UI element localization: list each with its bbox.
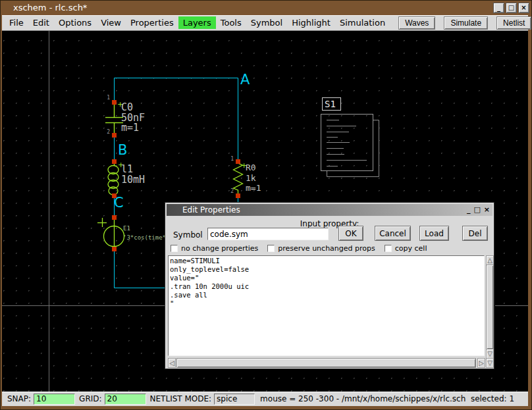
copy-cell-checkbox[interactable] [385,245,392,252]
menubar: File Edit Options View Properties Layers… [2,15,528,31]
dialog-close-button[interactable]: × [484,204,490,216]
ok-button[interactable]: OK [338,226,363,241]
resistor-pin2-number: 2 [230,188,234,194]
symbol-label: Symbol [173,230,203,240]
mouse-info: mouse = 250 -300 - /mnt/x/home/schippes/… [260,394,514,403]
edit-properties-dialog: Edit Properties _ □ × Input property: Sy… [165,202,494,369]
scroll-left-icon[interactable]: ◁ [168,358,176,368]
resistor-name: R0 [246,163,256,172]
minimize-icon: _ [497,4,500,11]
load-button[interactable]: Load [419,226,449,241]
source-e1[interactable]: E1 '3*cos(time*ti [97,215,173,251]
grid-label: GRID: [79,394,101,403]
statusbar: SNAP: GRID: NETLIST MODE: mouse = 250 -3… [2,392,528,406]
horizontal-scrollbar[interactable]: ◁ ▷ [168,358,485,368]
window-title: xschem - rlc.sch* [13,3,87,13]
dialog-maximize-button[interactable]: □ [473,204,480,216]
capacitor-mult: m=1 [121,122,139,134]
capacitor-c0[interactable]: + C0 50nF m=1 1 2 [105,95,145,138]
minimize-button[interactable]: _ [493,3,504,13]
menu-edit[interactable]: Edit [28,16,54,29]
titlebar[interactable]: xschem - rlc.sch* _ □ × [0,0,532,15]
waves-button[interactable]: Waves [398,16,435,30]
preserve-unchanged-props-label: preserve unchanged props [278,244,375,253]
maximize-icon: □ [508,4,514,11]
dialog-title: Edit Properties [182,205,240,215]
scroll-right-icon[interactable]: ▷ [477,358,485,368]
menu-view[interactable]: View [96,16,126,29]
code-symbol-text-lines [327,120,367,167]
no-change-properties-checkbox[interactable] [171,245,178,252]
maximize-button[interactable]: □ [506,3,517,13]
schematic-canvas[interactable]: A B C + C0 50nF m=1 [2,31,528,392]
code-symbol-name: S1 [325,99,336,109]
resistor-pin1-number: 1 [230,156,234,162]
netlist-mode-label: NETLIST MODE: [150,394,212,403]
vertical-scroll-thumb[interactable] [486,265,494,349]
property-textarea[interactable]: name=STIMULI only_toplevel=false value="… [168,255,485,356]
source-symbol [97,218,124,247]
grid-input[interactable] [105,394,146,405]
xschem-window: xschem - rlc.sch* _ □ × File Edit Option… [0,0,532,410]
menu-options[interactable]: Options [54,16,96,29]
scroll-up-icon[interactable]: △ [486,255,494,265]
capacitor-pin1-number: 1 [107,95,110,101]
dialog-window-controls: _ □ × [467,204,490,216]
resistor-mult: m=1 [246,183,261,193]
scroll-down2-icon[interactable]: ▽ [486,358,494,368]
no-change-properties-label: no change properties [181,244,258,253]
code-symbol-s1[interactable]: S1 [321,98,379,177]
horizontal-scroll-thumb[interactable] [176,358,476,368]
menu-tools[interactable]: Tools [216,16,246,29]
window-controls: _ □ × [493,3,532,13]
menu-properties[interactable]: Properties [126,16,178,29]
menu-simulation[interactable]: Simulation [335,16,390,29]
menu-layers[interactable]: Layers [178,16,216,29]
dialog-minimize-button[interactable]: _ [467,204,471,216]
close-icon: × [521,4,526,11]
scroll-down-icon[interactable]: ▽ [486,349,494,359]
menu-file[interactable]: File [5,16,28,29]
copy-cell-label: copy cell [395,244,427,253]
net-label-a[interactable]: A [240,72,250,88]
capacitor-pin2-number: 2 [107,129,110,135]
inductor-value: 10mH [121,174,145,186]
resistor-r0[interactable]: + R0 1k m=1 1 2 [230,156,261,198]
netlist-button[interactable]: Netlist [496,16,531,30]
cancel-button[interactable]: Cancel [375,226,411,241]
inductor-symbol [108,163,119,195]
close-button[interactable]: × [518,3,529,13]
inductor-l1[interactable]: + l1 10mH [108,159,145,198]
net-label-b[interactable]: B [118,142,127,158]
snap-label: SNAP: [7,394,31,403]
menu-symbol[interactable]: Symbol [246,16,287,29]
menu-highlight[interactable]: Highlight [287,16,335,29]
symbol-input[interactable] [207,228,329,240]
simulate-button[interactable]: Simulate [444,16,488,30]
source-name: E1 [123,225,130,232]
vertical-scrollbar[interactable]: △ ▽ ▽ [486,255,494,368]
del-button[interactable]: Del [462,226,488,241]
preserve-unchanged-props-checkbox[interactable] [267,245,275,252]
dialog-titlebar[interactable]: Edit Properties _ □ × [167,204,492,216]
netlist-mode-input[interactable] [214,394,255,405]
resistor-value: 1k [246,173,256,183]
dialog-checkbox-row: no change properties preserve unchanged … [171,244,436,253]
snap-input[interactable] [34,394,75,405]
